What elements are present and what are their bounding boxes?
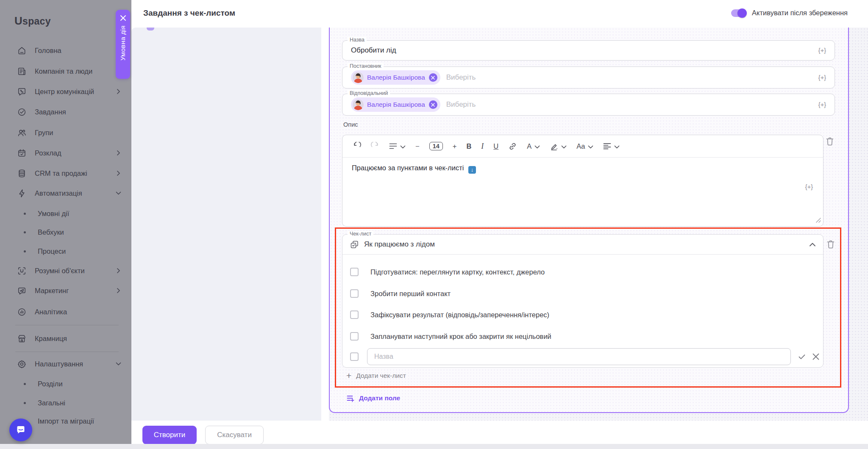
remove-user-icon[interactable] xyxy=(429,100,437,109)
plus-icon: + xyxy=(346,372,351,380)
checklist-card: Чек-лист Як працюємо з лідом Підготувати… xyxy=(342,234,823,368)
text-color-button[interactable]: A xyxy=(527,142,540,150)
chip-user-name: Валерія Башкірова xyxy=(367,101,425,108)
playlist-add-icon xyxy=(347,395,355,402)
underline-button[interactable]: U xyxy=(493,142,498,150)
bold-button[interactable]: B xyxy=(466,142,471,150)
checklist-item-label: Запланувати наступний крок або закрити я… xyxy=(370,333,551,341)
editor-toolbar: −14+BIUAAa xyxy=(342,135,823,158)
checklist-item-label: Підготуватися: переглянути картку, конте… xyxy=(370,268,545,276)
checklist-copy-icon xyxy=(350,240,359,249)
variable-token-button[interactable]: {+} xyxy=(805,183,813,190)
delete-checklist-icon[interactable] xyxy=(826,240,835,251)
link-icon[interactable] xyxy=(508,142,517,151)
highlight-icon[interactable] xyxy=(550,142,567,150)
create-button[interactable]: Створити xyxy=(142,426,197,444)
resize-handle[interactable] xyxy=(816,216,821,224)
checklist-item: Зробити перший контакт xyxy=(342,286,451,301)
bottom-strip xyxy=(0,444,868,449)
description-label: Опис xyxy=(343,121,358,128)
increase-font-button[interactable]: + xyxy=(453,142,457,150)
add-field-label: Додати поле xyxy=(359,394,400,402)
new-item-row xyxy=(342,346,820,368)
avatar xyxy=(353,72,364,83)
automation-flow-canvas xyxy=(131,28,321,421)
checklist-title: Як працюємо з лідом xyxy=(364,240,435,249)
tab-label: Умовна дія xyxy=(119,25,127,61)
responsible-placeholder: Виберіть xyxy=(446,100,476,109)
checkbox[interactable] xyxy=(350,310,359,319)
italic-button[interactable]: I xyxy=(481,142,484,151)
decrease-font-button[interactable]: − xyxy=(415,142,420,150)
cancel-icon[interactable] xyxy=(812,353,820,360)
redo-icon[interactable] xyxy=(371,142,379,150)
chevron-down-icon xyxy=(400,142,406,150)
down-arrow-emoji: ↓ xyxy=(468,166,476,174)
checklist-item: Підготуватися: переглянути картку, конте… xyxy=(342,265,545,279)
chat-launcher-button[interactable] xyxy=(9,419,32,441)
line-height-icon[interactable] xyxy=(389,142,406,150)
add-checklist-button[interactable]: + Додати чек-лист xyxy=(346,372,406,380)
page-title: Завдання з чек-листом xyxy=(143,8,235,18)
font-size-value[interactable]: 14 xyxy=(429,142,443,150)
assigner-placeholder: Виберіть xyxy=(446,73,476,82)
toggle-label: Активувати після збереження xyxy=(752,9,848,17)
user-chip[interactable]: Валерія Башкірова xyxy=(351,70,440,85)
task-form-panel: Назва Обробити лід {+} Постановник Валер… xyxy=(329,28,849,413)
name-field-label: Назва xyxy=(348,37,367,43)
description-text: Працюємо за пунктами в чек-листі xyxy=(352,164,464,172)
activate-toggle[interactable] xyxy=(731,9,746,17)
confirm-icon[interactable] xyxy=(798,352,806,361)
footer-bar: Створити Скасувати xyxy=(131,421,868,446)
flow-node-edge xyxy=(147,28,154,30)
user-chip[interactable]: Валерія Башкірова xyxy=(351,97,440,112)
chevron-down-icon xyxy=(534,142,540,150)
conditional-action-tab[interactable]: Умовна дія xyxy=(116,10,130,79)
checklist-item-label: Зафіксувати результат (відповідь/запереч… xyxy=(370,311,549,319)
undo-icon[interactable] xyxy=(353,142,361,150)
add-checklist-label: Додати чек-лист xyxy=(356,372,406,380)
checklist-field-highlight: Чек-лист Як працюємо з лідом Підготувати… xyxy=(335,227,841,388)
description-editor[interactable]: −14+BIUAAa Працюємо за пунктами в чек-ли… xyxy=(342,135,823,227)
checkbox[interactable] xyxy=(350,332,359,341)
add-field-button[interactable]: Додати поле xyxy=(347,394,400,402)
align-icon[interactable] xyxy=(603,142,620,150)
task-name-field[interactable]: Назва Обробити лід {+} xyxy=(342,40,835,61)
remove-user-icon[interactable] xyxy=(429,73,437,82)
chevron-down-icon xyxy=(588,142,593,150)
variable-token-button[interactable]: {+} xyxy=(818,47,826,54)
checklist-item: Запланувати наступний крок або закрити я… xyxy=(342,329,551,344)
responsible-field[interactable]: Відповідальний Валерія Башкірова Виберіт… xyxy=(342,94,835,116)
avatar xyxy=(353,99,364,110)
checklist-item: Зафіксувати результат (відповідь/запереч… xyxy=(342,308,549,322)
case-button[interactable]: Aa xyxy=(576,142,593,150)
top-bar: Завдання з чек-листом Активувати після з… xyxy=(131,0,868,28)
variable-token-button[interactable]: {+} xyxy=(818,74,826,81)
close-icon[interactable] xyxy=(120,15,126,21)
chip-user-name: Валерія Башкірова xyxy=(367,74,425,81)
activate-toggle-wrap: Активувати після збереження xyxy=(731,9,848,17)
checkbox[interactable] xyxy=(350,268,359,276)
description-body[interactable]: Працюємо за пунктами в чек-листі ↓ {+} xyxy=(342,157,823,226)
delete-description-icon[interactable] xyxy=(826,137,834,148)
assigner-field[interactable]: Постановник Валерія Башкірова Виберіть {… xyxy=(342,67,835,89)
checkbox[interactable] xyxy=(350,352,359,361)
assigner-chip-row: Валерія Башкірова Виберіть xyxy=(351,67,476,88)
chevron-down-icon xyxy=(561,142,567,150)
collapse-icon[interactable] xyxy=(810,243,815,247)
toggle-knob xyxy=(737,8,747,18)
chevron-down-icon xyxy=(614,142,620,150)
checklist-header[interactable]: Як працюємо з лідом xyxy=(342,235,823,255)
new-item-input[interactable] xyxy=(367,348,791,365)
task-name-value: Обробити лід xyxy=(351,46,396,55)
responsible-chip-row: Валерія Башкірова Виберіть xyxy=(351,94,476,115)
checkbox[interactable] xyxy=(350,289,359,298)
checklist-item-label: Зробити перший контакт xyxy=(370,290,451,298)
sidebar-dim-overlay xyxy=(0,0,131,444)
variable-token-button[interactable]: {+} xyxy=(818,101,826,108)
cancel-button[interactable]: Скасувати xyxy=(205,426,264,444)
